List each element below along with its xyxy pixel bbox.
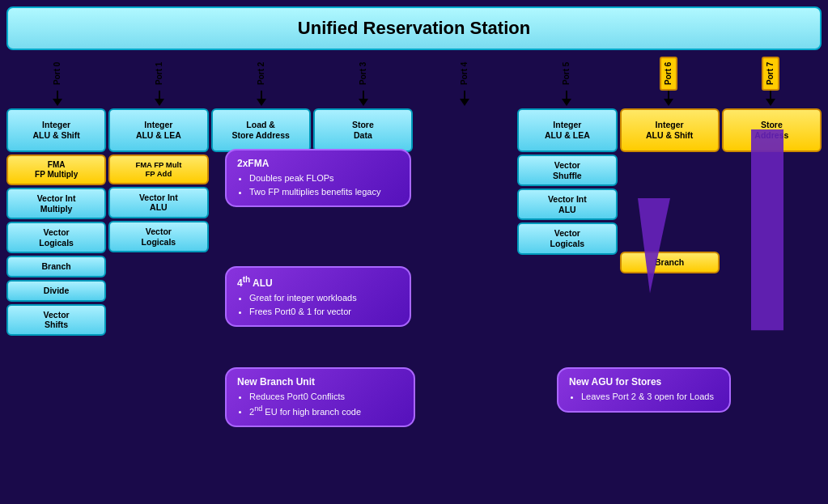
col-port1: IntegerALU & LEA FMA FP MultFP Add Vecto… [108, 108, 208, 336]
branch-callout-title: New Branch Unit [237, 376, 403, 388]
port-5-text: Port 5 [563, 57, 571, 91]
fma-callout-bullets: Doubles peak FLOPs Two FP multiplies ben… [237, 172, 399, 198]
unit-store-addr-p7: StoreAddress [722, 108, 822, 152]
branch-bullet-1: Reduces Port0 Conflicts [249, 390, 403, 404]
fma-callout-title: 2xFMA [237, 158, 399, 169]
unit-vec-log-p5: VectorLogicals [517, 222, 617, 254]
fma-bullet-1: Doubles peak FLOPs [249, 172, 399, 185]
alu-callout: 4th ALU Great for integer workloads Free… [225, 266, 411, 327]
alu-callout-title: 4th ALU [237, 275, 399, 289]
agu-callout-bullets: Leaves Port 2 & 3 open for Loads [569, 390, 719, 404]
port-3-text: Port 3 [359, 57, 367, 91]
content-area: IntegerALU & Shift FMAFP Multiply Vector… [6, 108, 822, 336]
unit-int-alu-lea-p1: IntegerALU & LEA [108, 108, 208, 152]
port-3-label: Port 3 [312, 53, 414, 106]
port-4-label: Port 4 [414, 53, 516, 106]
port-6-label: Port 6 [618, 53, 720, 106]
unit-load-store-addr: Load &Store Address [211, 108, 311, 152]
alu-bullet-1: Great for integer workloads [249, 291, 399, 305]
alu-callout-bullets: Great for integer workloads Frees Port0 … [237, 291, 399, 318]
unit-fma-p0: FMAFP Multiply [6, 155, 106, 185]
port-0-label: Port 0 [6, 53, 108, 106]
unit-branch-p6: Branch [620, 252, 720, 273]
col-port5: IntegerALU & LEA VectorShuffle Vector In… [517, 108, 617, 336]
unit-int-alu-shift-p0: IntegerALU & Shift [6, 108, 106, 152]
main-container: Unified Reservation Station Port 0 Port … [0, 0, 828, 504]
unit-store-data: StoreData [313, 108, 413, 152]
port-2-text: Port 2 [257, 57, 265, 91]
port-1-text: Port 1 [155, 57, 163, 91]
fma-callout: 2xFMA Doubles peak FLOPs Two FP multipli… [225, 149, 411, 207]
port-1-label: Port 1 [108, 53, 210, 106]
branch-callout: New Branch Unit Reduces Port0 Conflicts … [225, 367, 415, 427]
unit-vec-shuffle: VectorShuffle [517, 155, 617, 186]
urs-header: Unified Reservation Station [6, 6, 822, 50]
unit-divide: Divide [6, 280, 106, 302]
col-port6: IntegerALU & Shift Branch [620, 108, 720, 336]
col-port7: StoreAddress [722, 108, 822, 336]
unit-int-alu-lea-p5: IntegerALU & LEA [517, 108, 617, 152]
fma-bullet-2: Two FP multiplies benefits legacy [249, 185, 399, 199]
port-0-text: Port 0 [53, 57, 62, 91]
alu-bullet-2: Frees Port0 & 1 for vector [249, 305, 399, 319]
agu-callout-title: New AGU for Stores [569, 376, 719, 388]
header-title: Unified Reservation Station [298, 18, 530, 38]
unit-vec-log-p0: VectorLogicals [6, 222, 106, 253]
agu-bullet-1: Leaves Port 2 & 3 open for Loads [581, 390, 719, 404]
unit-vec-int-alu-p5: Vector IntALU [517, 188, 617, 220]
columns-row: IntegerALU & Shift FMAFP Multiply Vector… [6, 108, 822, 336]
unit-vec-int-alu-p1: Vector IntALU [108, 187, 208, 218]
col-port4 [415, 108, 515, 336]
port-7-text: Port 7 [762, 57, 779, 91]
col-port0: IntegerALU & Shift FMAFP Multiply Vector… [6, 108, 106, 336]
port-6-text: Port 6 [660, 57, 677, 91]
unit-int-alu-shift-p6: IntegerALU & Shift [620, 108, 720, 152]
unit-vec-int-mul: Vector IntMultiply [6, 188, 106, 219]
unit-fma-fp-p1: FMA FP MultFP Add [108, 155, 208, 184]
agu-callout: New AGU for Stores Leaves Port 2 & 3 ope… [557, 367, 731, 413]
unit-branch-p0: Branch [6, 256, 106, 277]
branch-callout-bullets: Reduces Port0 Conflicts 2nd EU for high … [237, 390, 403, 418]
port-2-label: Port 2 [210, 53, 312, 106]
branch-bullet-2: 2nd EU for high branch code [249, 404, 403, 418]
port-7-label: Port 7 [720, 53, 822, 106]
port-4-text: Port 4 [461, 57, 469, 91]
unit-vec-shifts: VectorShifts [6, 304, 106, 336]
port-5-label: Port 5 [516, 53, 618, 106]
unit-vec-log-p1: VectorLogicals [108, 221, 208, 252]
ports-row: Port 0 Port 1 Port 2 [6, 53, 822, 106]
